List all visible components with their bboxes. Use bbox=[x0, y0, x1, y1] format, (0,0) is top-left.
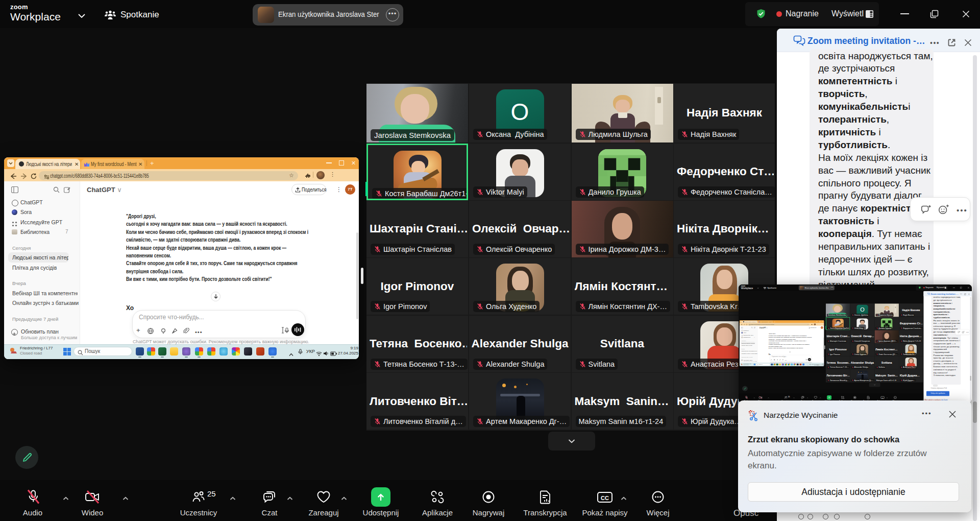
svg-text:CC: CC bbox=[881, 397, 884, 399]
svg-text:CC: CC bbox=[601, 495, 609, 501]
